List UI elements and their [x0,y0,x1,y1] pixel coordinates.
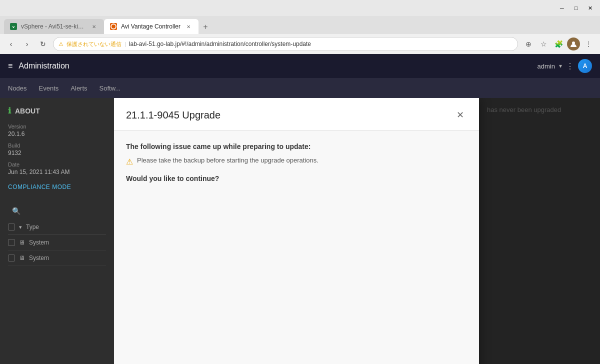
about-title: ABOUT [15,107,40,115]
table-row: 🖥 System [8,235,106,250]
subnav-nodes[interactable]: Nodes [8,82,27,94]
row1-monitor-icon: 🖥 [19,239,25,246]
translate-button[interactable]: ⊕ [522,38,535,50]
subnav-alerts[interactable]: Alerts [70,82,87,94]
bookmark-button[interactable]: ☆ [537,38,550,50]
app-layout: ℹ ABOUT Version 20.1.6 Build 9132 Date J… [0,98,600,364]
tab-vsphere-close-icon[interactable]: ✕ [90,22,98,30]
security-warning-icon: ⚠ [58,41,64,48]
profile-button[interactable] [567,38,580,50]
search-icon[interactable]: 🔍 [12,207,20,215]
header-dropdown-icon[interactable]: ▾ [559,62,562,70]
search-row[interactable]: 🔍 [8,202,106,220]
url-text: lab-avi-51.go-lab.jp/#!/admin/administra… [129,40,311,48]
upgrade-dialog: 21.1.1-9045 Upgrade ✕ The following issu… [114,98,479,364]
table-row: 🖥 System [8,250,106,266]
build-label: Build [8,142,106,148]
build-value: 9132 [8,150,106,156]
back-button[interactable]: ‹ [5,38,17,50]
dialog-header: 21.1.1-9045 Upgrade ✕ [114,98,479,130]
row2-checkbox[interactable] [8,254,15,262]
new-tab-button[interactable]: + [198,20,212,34]
type-column-header: Type [26,224,39,230]
date-row: Date Jun 15, 2021 11:43 AM [8,162,106,176]
date-label: Date [8,162,106,168]
dialog-title: 21.1.1-9045 Upgrade [126,110,220,121]
avi-favicon-icon [110,23,117,30]
browser-addressbar: ‹ › ↻ ⚠ 保護されていない通信 | lab-avi-51.go-lab.j… [0,34,600,54]
security-warning-text: 保護されていない通信 [66,40,122,48]
hamburger-menu-icon[interactable]: ≡ [8,62,12,70]
vsphere-favicon-icon: v [10,23,17,30]
url-bar[interactable]: ⚠ 保護されていない通信 | lab-avi-51.go-lab.jp/#!/a… [53,37,518,51]
dialog-body: The following issue came up while prepar… [114,130,479,364]
chevron-down-icon[interactable]: ▾ [19,224,22,230]
sidebar: ℹ ABOUT Version 20.1.6 Build 9132 Date J… [0,98,114,364]
row1-checkbox[interactable] [8,239,15,246]
table-header: ▾ Type [8,220,106,235]
continue-question: Would you like to continue? [126,174,467,182]
version-label: Version [8,124,106,130]
sub-nav: Nodes Events Alerts Softw... [0,78,600,98]
date-value: Jun 15, 2021 11:43 AM [8,168,106,176]
warning-message: Please take the backup before starting t… [137,156,318,164]
build-row: Build 9132 [8,142,106,156]
close-button[interactable]: ✕ [584,2,596,14]
maximize-button[interactable]: □ [570,2,582,14]
header-more-icon[interactable]: ⋮ [566,62,574,71]
forward-button[interactable]: › [21,38,33,50]
tab-vsphere-label: vSphere - Avi51-se-kiveh - サマリ [21,22,86,31]
browser-chrome: ─ □ ✕ v vSphere - Avi51-se-kiveh - サマリ ✕… [0,0,600,54]
about-header: ℹ ABOUT [8,106,106,116]
browser-tab-avi[interactable]: Avi Vantage Controller ✕ [104,19,198,34]
browser-tabs: v vSphere - Avi51-se-kiveh - サマリ ✕ Avi V… [0,16,600,34]
browser-titlebar: ─ □ ✕ [0,0,600,16]
select-all-checkbox[interactable] [8,224,15,230]
browser-actions: ⊕ ☆ 🧩 ⋮ [522,38,595,50]
minimize-button[interactable]: ─ [556,2,568,14]
tab-avi-label: Avi Vantage Controller [121,23,180,30]
row2-type: System [29,254,49,262]
browser-menu-button[interactable]: ⋮ [582,38,595,50]
subnav-events[interactable]: Events [39,82,59,94]
header-logo: A [578,59,592,73]
compliance-mode-button[interactable]: COMPLIANCE MODE [8,184,106,190]
about-icon: ℹ [8,106,11,116]
reload-button[interactable]: ↻ [37,38,49,50]
header-username: admin [538,62,555,70]
tab-avi-close-icon[interactable]: ✕ [184,22,192,30]
version-value: 20.1.6 [8,130,106,138]
version-row: Version 20.1.6 [8,124,106,138]
extensions-button[interactable]: 🧩 [552,38,565,50]
warning-row: ⚠ Please take the backup before starting… [126,156,467,166]
warning-icon: ⚠ [126,157,133,166]
subnav-software[interactable]: Softw... [100,82,121,94]
main-content: has never been upgraded 21.1.1-9045 Upgr… [114,98,600,364]
header-right: admin ▾ ⋮ A [538,59,592,73]
app-header: ≡ Administration admin ▾ ⋮ A [0,54,600,78]
issue-heading: The following issue came up while prepar… [126,142,467,150]
row2-monitor-icon: 🖥 [19,254,25,262]
app-title: Administration [18,62,69,70]
dialog-close-button[interactable]: ✕ [453,108,467,122]
browser-tab-vsphere[interactable]: v vSphere - Avi51-se-kiveh - サマリ ✕ [4,19,104,34]
row1-type: System [29,239,49,246]
